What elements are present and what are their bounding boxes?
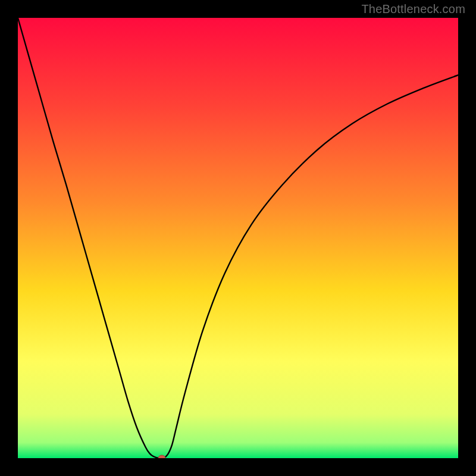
chart-frame: TheBottleneck.com: [0, 0, 476, 476]
watermark-text: TheBottleneck.com: [361, 2, 465, 16]
chart-svg: [18, 18, 458, 458]
gradient-background: [18, 18, 458, 458]
plot-area: [18, 18, 458, 458]
